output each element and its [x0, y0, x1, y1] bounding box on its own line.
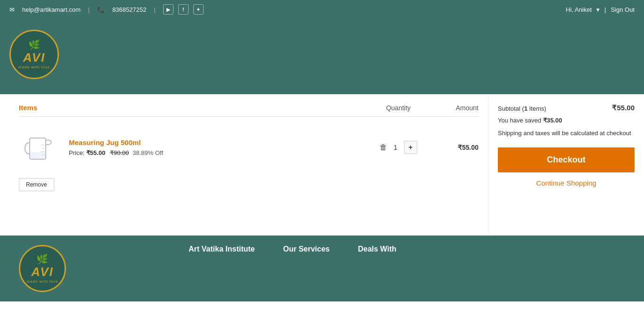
- top-bar-left: ✉ help@artikamart.com | 📞 8368527252 | ▶…: [9, 4, 204, 15]
- sidebar: Subtotal (1 Items) ₹55.00 You have saved…: [488, 94, 644, 236]
- quantity-cell: 🗑 1 +: [365, 141, 431, 154]
- logo-leaf-icon: 🌿: [28, 39, 40, 50]
- col-items-label: Items: [19, 104, 365, 112]
- youtube-icon[interactable]: ▶: [163, 4, 173, 15]
- saved-label: You have saved: [498, 117, 543, 124]
- checkout-button[interactable]: Checkout: [498, 147, 635, 172]
- facebook-icon[interactable]: f: [178, 4, 189, 15]
- divider2: |: [154, 6, 155, 13]
- footer-logo-sub: made with love: [26, 279, 58, 284]
- phone-icon: 📞: [97, 6, 105, 13]
- subtotal-label: Subtotal (1 Items): [498, 104, 546, 112]
- footer-col-our-services: Our Services: [283, 245, 330, 253]
- header: 🌿 AVI made with love: [0, 19, 644, 94]
- contact-email: help@artikamart.com: [22, 6, 81, 13]
- product-name[interactable]: Measuring Jug 500ml: [69, 138, 163, 146]
- continue-shopping-link[interactable]: Continue Shopping: [498, 179, 635, 187]
- footer-col-services: Art Vatika Institute: [189, 245, 255, 253]
- price-discount: 38.89% Off: [132, 149, 163, 156]
- remove-button-wrapper: Remove: [19, 173, 479, 191]
- col-quantity-label: Quantity: [365, 104, 431, 112]
- footer-logo-col: 🌿 AVI made with love: [19, 245, 160, 292]
- user-greeting: Hi, Aniket: [566, 6, 592, 13]
- product-jug-svg: [21, 129, 59, 166]
- price-label: Price:: [69, 149, 84, 156]
- main-content: Items Quantity Amount: [0, 94, 644, 236]
- price-original: ₹90.00: [110, 149, 129, 156]
- subtotal-label-text: Subtotal (1 Items): [498, 105, 546, 112]
- product-info: Measuring Jug 500ml Price: ₹55.00 ₹90.00…: [69, 138, 163, 156]
- cart-section: Items Quantity Amount: [0, 94, 488, 236]
- product-price: Price: ₹55.00 ₹90.00 38.89% Off: [69, 149, 163, 156]
- col-amount-label: Amount: [431, 104, 479, 112]
- footer-logo: 🌿 AVI made with love: [19, 245, 66, 292]
- subtotal-amount: ₹55.00: [612, 104, 635, 112]
- sign-out-link[interactable]: Sign Out: [611, 6, 635, 13]
- top-bar: ✉ help@artikamart.com | 📞 8368527252 | ▶…: [0, 0, 644, 19]
- social-icons: ▶ f ✦: [163, 4, 204, 15]
- footer-col3-title: Deals With: [358, 245, 396, 253]
- price-sale: ₹55.00: [86, 149, 106, 156]
- footer-col1-title: Art Vatika Institute: [189, 245, 255, 253]
- footer-col-deals: Deals With: [358, 245, 396, 253]
- top-bar-right: Hi, Aniket ▾ | Sign Out: [566, 6, 635, 13]
- subtotal-row: Subtotal (1 Items) ₹55.00: [498, 104, 635, 112]
- footer-logo-text: AVI: [31, 265, 53, 279]
- logo-sub: made with love: [18, 65, 50, 69]
- quantity-increase-button[interactable]: +: [404, 141, 417, 154]
- cart-item-row: Measuring Jug 500ml Price: ₹55.00 ₹90.00…: [19, 117, 479, 173]
- logo-inner: 🌿 AVI made with love: [18, 39, 50, 69]
- logo-text: AVI: [23, 50, 45, 65]
- amount-cell: ₹55.00: [431, 144, 479, 151]
- chevron-down-icon[interactable]: ▾: [596, 6, 600, 13]
- svg-rect-5: [30, 152, 45, 159]
- footer-bar: 🌿 AVI made with love Art Vatika Institut…: [0, 236, 644, 301]
- product-image: [19, 126, 61, 169]
- logo[interactable]: 🌿 AVI made with love: [9, 30, 59, 79]
- remove-button[interactable]: Remove: [19, 178, 54, 191]
- saved-amount: ₹35.00: [543, 117, 562, 124]
- email-icon: ✉: [9, 6, 15, 13]
- cart-item-left: Measuring Jug 500ml Price: ₹55.00 ₹90.00…: [19, 126, 365, 169]
- shipping-note: Shipping and taxes will be calculated at…: [498, 129, 635, 138]
- subtotal-count: 1: [524, 105, 528, 112]
- contact-phone: 8368527252: [112, 6, 146, 13]
- divider3: |: [604, 6, 606, 13]
- footer-logo-inner: 🌿 AVI made with love: [26, 253, 58, 284]
- delete-icon[interactable]: 🗑: [380, 143, 387, 152]
- footer-col2-title: Our Services: [283, 245, 330, 253]
- footer-logo-leaf-icon: 🌿: [36, 253, 48, 265]
- cart-header: Items Quantity Amount: [19, 104, 479, 117]
- instagram-icon[interactable]: ✦: [193, 4, 204, 15]
- saved-row: You have saved ₹35.00: [498, 117, 635, 124]
- divider: |: [88, 6, 90, 13]
- quantity-value: 1: [391, 144, 400, 151]
